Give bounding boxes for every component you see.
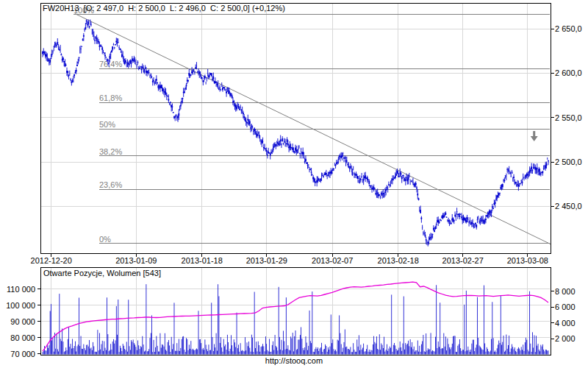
- fib-level-label: 0%: [99, 235, 111, 244]
- open-interest-axis-label: 100 000: [1, 301, 35, 310]
- volume-chart-canvas[interactable]: [41, 268, 551, 355]
- date-axis-label: 2013-01-09: [112, 256, 160, 265]
- price-axis-label: 2 550,0: [555, 113, 588, 122]
- volume-axis-label: 8 000: [555, 287, 588, 296]
- chart-title-ohlc: FW20H13 [O: 2 497,0 H: 2 500,0 L: 2 496,…: [43, 4, 285, 13]
- volume-axis-label: 4 000: [555, 319, 588, 328]
- fib-level-label: 23,6%: [99, 180, 122, 189]
- fib-level-label: 76,4%: [99, 60, 122, 68]
- stooq-watermark: http://stooq.com: [0, 356, 588, 365]
- date-axis-label: 2013-01-18: [178, 256, 226, 265]
- price-chart-canvas[interactable]: 100%76,4%61,8%50%38,2%23,6%0%: [41, 4, 551, 253]
- date-axis-label: 2013-03-08: [503, 256, 552, 265]
- price-chart-panel: 100%76,4%61,8%50%38,2%23,6%0%: [40, 3, 551, 254]
- open-interest-axis-label: 110 000: [1, 285, 35, 294]
- fib-level-label: 50%: [99, 120, 115, 129]
- date-axis-label: 2013-01-29: [243, 256, 291, 265]
- indicator-title: Otwarte Pozycje, Wolumen [543]: [43, 269, 161, 277]
- down-arrow-icon: [531, 131, 538, 141]
- fib-level-label: 38,2%: [99, 147, 122, 156]
- date-axis-label: 2013-02-07: [308, 256, 356, 265]
- volume-axis-label: 2 000: [555, 334, 588, 343]
- volume-chart-panel: [40, 267, 551, 355]
- date-axis-label: 2013-02-18: [374, 256, 423, 265]
- open-interest-axis-label: 90 000: [1, 317, 35, 326]
- date-axis-label: 2013-02-27: [439, 256, 487, 265]
- fib-level-label: 61,8%: [99, 93, 122, 102]
- price-axis-label: 2 450,0: [555, 202, 588, 210]
- open-interest-axis-label: 80 000: [1, 333, 35, 342]
- price-axis-label: 2 650,0: [555, 24, 588, 33]
- price-axis-label: 2 500,0: [555, 158, 588, 166]
- date-axis-label: 2012-12-20: [27, 256, 76, 265]
- volume-axis-label: 6 000: [555, 302, 588, 311]
- price-axis-label: 2 600,0: [555, 68, 588, 77]
